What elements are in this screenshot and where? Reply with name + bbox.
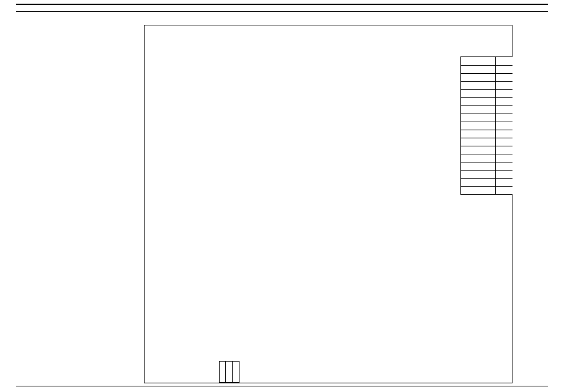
legend-label xyxy=(495,57,513,65)
legend-label xyxy=(495,90,513,97)
legend-label xyxy=(495,122,513,130)
top-rule-light xyxy=(16,11,548,12)
bar xyxy=(233,361,239,383)
legend-row xyxy=(461,97,513,105)
legend-label xyxy=(495,130,513,138)
legend-swatch xyxy=(461,130,495,138)
bar xyxy=(226,361,233,383)
legend-row xyxy=(461,186,513,194)
legend-label xyxy=(495,171,513,178)
legend-row xyxy=(461,170,513,178)
legend-label xyxy=(495,98,513,105)
legend-row xyxy=(461,162,513,170)
legend-row xyxy=(461,73,513,81)
legend-swatch xyxy=(461,154,495,162)
legend-swatch xyxy=(461,90,495,97)
page xyxy=(0,0,564,392)
legend-row xyxy=(461,57,513,65)
legend-label xyxy=(495,106,513,114)
legend-swatch xyxy=(461,179,495,186)
bar-group xyxy=(219,361,239,383)
legend-label xyxy=(495,74,513,81)
legend-row xyxy=(461,122,513,130)
legend-swatch xyxy=(461,146,495,154)
legend-row xyxy=(461,154,513,162)
legend-swatch xyxy=(461,171,495,178)
legend-label xyxy=(495,163,513,170)
legend-swatch xyxy=(461,74,495,81)
legend-row xyxy=(461,89,513,97)
legend-swatch xyxy=(461,114,495,122)
chart-area xyxy=(144,25,513,383)
legend-swatch xyxy=(461,138,495,146)
legend-row xyxy=(461,81,513,89)
legend-swatch xyxy=(461,163,495,170)
legend-swatch xyxy=(461,122,495,130)
legend-label xyxy=(495,187,513,194)
bottom-rule xyxy=(16,386,548,386)
legend-swatch xyxy=(461,66,495,73)
bar xyxy=(219,361,226,383)
legend-swatch xyxy=(461,106,495,114)
legend xyxy=(460,56,513,195)
legend-label xyxy=(495,82,513,89)
legend-label xyxy=(495,179,513,186)
legend-label xyxy=(495,146,513,154)
legend-swatch xyxy=(461,82,495,89)
legend-swatch xyxy=(461,187,495,194)
legend-row xyxy=(461,65,513,73)
legend-row xyxy=(461,114,513,122)
legend-label xyxy=(495,138,513,146)
legend-row xyxy=(461,146,513,154)
legend-label xyxy=(495,66,513,73)
legend-row xyxy=(461,138,513,146)
legend-swatch xyxy=(461,57,495,65)
legend-row xyxy=(461,105,513,114)
legend-row xyxy=(461,130,513,138)
legend-swatch xyxy=(461,98,495,105)
top-rule-heavy xyxy=(16,4,548,5)
legend-row xyxy=(461,178,513,186)
legend-label xyxy=(495,114,513,122)
legend-label xyxy=(495,154,513,162)
